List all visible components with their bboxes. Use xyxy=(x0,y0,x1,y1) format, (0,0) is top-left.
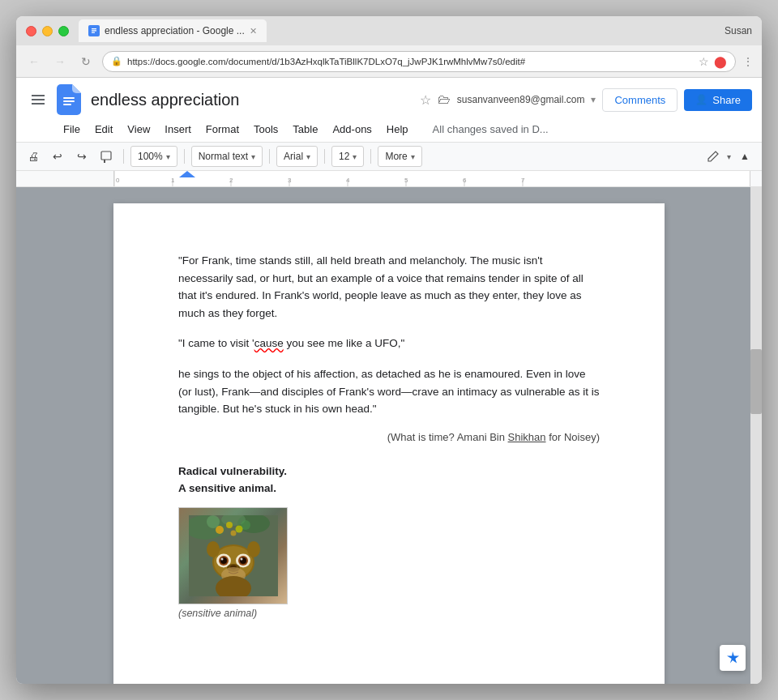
undo-button[interactable]: ↩ xyxy=(47,146,68,167)
svg-text:5: 5 xyxy=(404,177,408,184)
share-label: Share xyxy=(712,94,741,106)
svg-text:2: 2 xyxy=(229,177,233,184)
svg-text:6: 6 xyxy=(463,177,467,184)
browser-menu-icon[interactable]: ⋮ xyxy=(742,55,754,68)
menu-file[interactable]: File xyxy=(57,120,87,139)
edit-mode-button[interactable] xyxy=(703,146,724,167)
svg-text:3: 3 xyxy=(288,177,292,184)
zoom-chevron-icon: ▾ xyxy=(166,152,170,161)
address-bar[interactable]: 🔒 https://docs.google.com/document/d/1b3… xyxy=(102,51,736,72)
svg-rect-4 xyxy=(63,97,75,99)
document-title[interactable]: endless appreciation xyxy=(91,91,413,109)
svg-point-45 xyxy=(240,557,242,560)
attribution: (What is time? Amani Bin Shikhan for Noi… xyxy=(178,431,600,443)
font-value: Arial xyxy=(284,151,303,162)
share-icon: 👤 xyxy=(695,94,707,105)
separator4 xyxy=(324,149,325,164)
bookmark-icon[interactable]: ☆ xyxy=(699,55,709,68)
save-status: All changes saved in D... xyxy=(433,123,549,135)
active-tab[interactable]: endless appreciation - Google ... ✕ xyxy=(79,19,267,42)
menu-format[interactable]: Format xyxy=(199,120,246,139)
collapse-toolbar-button[interactable]: ▲ xyxy=(734,146,755,167)
more-dropdown[interactable]: More ▾ xyxy=(378,146,421,167)
zoom-dropdown[interactable]: 100% ▾ xyxy=(130,146,177,167)
cause-word: cause xyxy=(254,337,284,349)
heading-2: A sensitive animal. xyxy=(178,480,600,497)
star-icon[interactable]: ☆ xyxy=(420,92,431,108)
redo-button[interactable]: ↪ xyxy=(71,146,92,167)
new-tab[interactable] xyxy=(270,19,318,42)
browser-window: endless appreciation - Google ... ✕ Susa… xyxy=(16,16,762,684)
docs-menu-bar: File Edit View Insert Format Tools Table… xyxy=(16,118,762,142)
menu-table[interactable]: Table xyxy=(286,120,324,139)
font-chevron-icon: ▾ xyxy=(306,152,310,161)
svg-marker-25 xyxy=(179,171,195,177)
hamburger-icon xyxy=(32,95,45,105)
docs-logo xyxy=(57,84,81,115)
back-button[interactable]: ← xyxy=(24,52,44,71)
paragraph-3-text: he sings to the object of his affection,… xyxy=(178,368,600,415)
svg-rect-7 xyxy=(101,152,111,160)
shikhan-name: Shikhan xyxy=(508,431,546,443)
size-value: 12 xyxy=(339,151,349,162)
svg-point-30 xyxy=(207,515,220,528)
menu-help[interactable]: Help xyxy=(380,120,415,139)
url-text: https://docs.google.com/document/d/1b3Az… xyxy=(127,57,694,66)
svg-text:4: 4 xyxy=(346,177,350,184)
paint-format-button[interactable] xyxy=(96,146,117,167)
document-area[interactable]: "For Frank, time stands still, all held … xyxy=(16,187,762,684)
menu-insert[interactable]: Insert xyxy=(158,120,198,139)
format-toolbar: 🖨 ↩ ↪ 100% ▾ Normal text ▾ Arial ▾ 12 ▾ … xyxy=(16,143,762,171)
titlebar: endless appreciation - Google ... ✕ Susa… xyxy=(16,16,762,45)
close-button[interactable] xyxy=(26,26,36,36)
svg-rect-2 xyxy=(92,30,96,31)
svg-rect-8 xyxy=(104,160,105,163)
traffic-lights xyxy=(26,26,69,36)
separator5 xyxy=(370,149,371,164)
paragraph-1-text: "For Frank, time stands still, all held … xyxy=(178,254,584,319)
hamburger-menu[interactable] xyxy=(26,88,50,112)
minimize-button[interactable] xyxy=(42,26,53,36)
menu-view[interactable]: View xyxy=(121,120,156,139)
separator2 xyxy=(184,149,185,164)
folder-icon[interactable]: 🗁 xyxy=(438,92,451,107)
menu-tools[interactable]: Tools xyxy=(247,120,284,139)
svg-point-49 xyxy=(247,541,260,557)
separator xyxy=(123,149,124,164)
tab-label: endless appreciation - Google ... xyxy=(105,25,245,36)
refresh-button[interactable]: ↻ xyxy=(76,52,96,71)
email-dropdown-icon[interactable]: ▾ xyxy=(591,94,596,105)
paragraph-3: he sings to the object of his affection,… xyxy=(178,365,600,418)
zoom-value: 100% xyxy=(138,151,163,162)
more-chevron-icon: ▾ xyxy=(411,152,415,161)
maximize-button[interactable] xyxy=(58,26,69,36)
size-dropdown[interactable]: 12 ▾ xyxy=(331,146,364,167)
font-dropdown[interactable]: Arial ▾ xyxy=(276,146,318,167)
share-button[interactable]: 👤 Share xyxy=(684,89,752,111)
lock-icon: 🔒 xyxy=(111,56,122,66)
style-value: Normal text xyxy=(199,151,248,162)
forward-button[interactable]: → xyxy=(50,52,70,71)
paragraph-2: "I came to visit 'cause you see me like … xyxy=(178,335,600,352)
svg-rect-5 xyxy=(63,100,75,102)
svg-point-34 xyxy=(235,525,242,532)
docs-header: endless appreciation ☆ 🗁 susanvanveen89@… xyxy=(16,78,762,143)
edit-dropdown-icon[interactable]: ▾ xyxy=(727,152,731,161)
animal-image[interactable] xyxy=(178,507,288,604)
style-chevron-icon: ▾ xyxy=(251,152,255,161)
assistant-button[interactable] xyxy=(720,645,746,671)
browser-toolbar: ← → ↻ 🔒 https://docs.google.com/document… xyxy=(16,45,762,78)
tab-close-icon[interactable]: ✕ xyxy=(250,26,257,36)
menu-addons[interactable]: Add-ons xyxy=(326,120,378,139)
scrollbar[interactable] xyxy=(750,187,762,684)
size-chevron-icon: ▾ xyxy=(353,152,357,161)
paragraph-1: "For Frank, time stands still, all held … xyxy=(178,252,600,322)
docs-title-bar: endless appreciation ☆ 🗁 susanvanveen89@… xyxy=(16,78,762,118)
scrollbar-thumb[interactable] xyxy=(750,349,762,414)
style-dropdown[interactable]: Normal text ▾ xyxy=(191,146,263,167)
menu-edit[interactable]: Edit xyxy=(88,120,119,139)
ruler-content: 0 1 2 3 4 5 6 7 xyxy=(113,171,750,186)
svg-rect-6 xyxy=(63,104,71,105)
print-button[interactable]: 🖨 xyxy=(23,146,44,167)
comments-button[interactable]: Comments xyxy=(602,88,678,112)
